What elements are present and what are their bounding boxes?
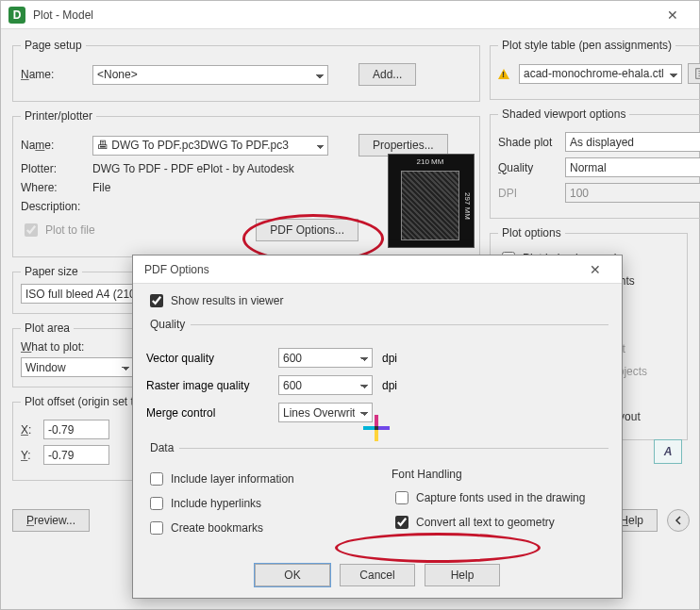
- pdf-close-icon[interactable]: ✕: [576, 262, 614, 277]
- orientation-icon: A: [654, 439, 682, 464]
- add-button[interactable]: Add...: [358, 63, 416, 86]
- pdf-data-group: Data Include layer information Include h…: [146, 441, 608, 547]
- raster-quality-label: Raster image quality: [146, 379, 269, 392]
- plot-style-select[interactable]: acad-monochrome-ehala.ctl: [519, 64, 682, 84]
- where-value: File: [92, 181, 110, 194]
- plot-to-file-checkbox: Plot to file: [21, 221, 95, 239]
- pdf-quality-legend: Quality: [146, 318, 191, 331]
- plotter-label: Plotter:: [21, 162, 87, 175]
- font-handling-label: Font Handling: [392, 468, 608, 481]
- dpi-label: DPI: [498, 187, 559, 200]
- pdf-titlebar: PDF Options ✕: [133, 256, 622, 284]
- window-title: Plot - Model: [33, 8, 93, 22]
- paper-size-legend: Paper size: [21, 265, 82, 278]
- offset-x-label: X:: [21, 423, 38, 437]
- pdf-quality-group: Quality Vector quality 600 dpi Raster im…: [146, 318, 608, 434]
- name-label: NName:ame:: [21, 68, 87, 81]
- where-label: Where:: [21, 181, 87, 194]
- pdf-ok-button[interactable]: OK: [255, 564, 330, 586]
- pdf-cancel-button[interactable]: Cancel: [340, 564, 415, 586]
- pdf-title: PDF Options: [144, 263, 209, 276]
- close-icon[interactable]: ✕: [654, 8, 692, 23]
- include-layer-checkbox[interactable]: Include layer information: [146, 470, 363, 488]
- paper-width-label: 210 MM: [402, 157, 458, 166]
- desc-label: Description:: [21, 200, 87, 213]
- printer-name-label: Name:: [21, 139, 87, 152]
- vector-quality-label: Vector quality: [146, 352, 269, 365]
- titlebar: D Plot - Model ✕: [1, 1, 699, 29]
- printer-name-select[interactable]: 🖶 DWG To PDF.pc3DWG To PDF.pc3: [92, 136, 328, 156]
- plot-options-legend: Plot options: [498, 226, 565, 239]
- shaded-legend: Shaded viewport options: [498, 107, 629, 121]
- shade-plot-select[interactable]: As displayed: [565, 132, 700, 152]
- pdf-options-dialog: PDF Options ✕ Show results in viewer Qua…: [132, 255, 623, 599]
- include-hyperlinks-checkbox[interactable]: Include hyperlinks: [146, 494, 363, 513]
- offset-y-input[interactable]: [43, 445, 109, 465]
- vector-quality-select[interactable]: 600: [278, 348, 373, 368]
- warning-icon: [498, 69, 509, 79]
- expand-collapse-button[interactable]: [667, 509, 690, 532]
- pdf-data-legend: Data: [146, 441, 179, 454]
- plot-area-legend: Plot area: [21, 321, 74, 335]
- page-setup-group: Page setup NName:ame: <None> Add...: [12, 39, 480, 102]
- raster-dpi-label: dpi: [382, 379, 397, 392]
- capture-fonts-checkbox[interactable]: Capture fonts used in the drawing: [392, 488, 608, 507]
- dpi-input: [565, 183, 700, 203]
- quality-select[interactable]: Normal: [565, 157, 700, 177]
- page-setup-name-select[interactable]: <None>: [92, 65, 328, 85]
- pdf-help-button[interactable]: Help: [425, 564, 500, 586]
- raster-quality-select[interactable]: 600: [278, 375, 373, 395]
- printer-legend: Printer/plotter: [21, 109, 96, 123]
- app-icon: D: [8, 7, 25, 24]
- plot-style-legend: Plot style table (pen assignments): [498, 39, 675, 52]
- paper-preview-thumbnail: 210 MM 297 MM: [388, 154, 475, 248]
- offset-x-input[interactable]: [43, 420, 109, 439]
- show-results-checkbox[interactable]: Show results in viewer: [146, 291, 283, 310]
- quality-label: Quality: [498, 161, 559, 174]
- offset-y-label: Y:: [21, 449, 38, 462]
- convert-text-geometry-checkbox[interactable]: Convert all text to geometry: [392, 513, 608, 532]
- create-bookmarks-checkbox[interactable]: Create bookmarks: [146, 519, 363, 537]
- what-to-plot-select[interactable]: Window: [21, 357, 134, 377]
- shaded-viewport-group: Shaded viewport options Shade plotAs dis…: [490, 107, 700, 219]
- paper-height-label: 297 MM: [463, 172, 472, 239]
- plotter-value: DWG To PDF - PDF ePlot - by Autodesk: [92, 162, 294, 175]
- preview-button[interactable]: Preview...: [12, 509, 90, 532]
- merge-control-label: Merge control: [146, 406, 269, 420]
- merge-control-select[interactable]: Lines Overwrite: [278, 403, 373, 422]
- page-setup-legend: Page setup: [21, 39, 86, 52]
- vector-dpi-label: dpi: [382, 352, 397, 365]
- plot-style-edit-button[interactable]: [688, 63, 700, 84]
- shade-plot-label: Shade plot: [498, 136, 559, 149]
- pdf-options-button[interactable]: PDF Options...: [256, 219, 358, 241]
- plot-style-group: Plot style table (pen assignments) acad-…: [490, 39, 700, 100]
